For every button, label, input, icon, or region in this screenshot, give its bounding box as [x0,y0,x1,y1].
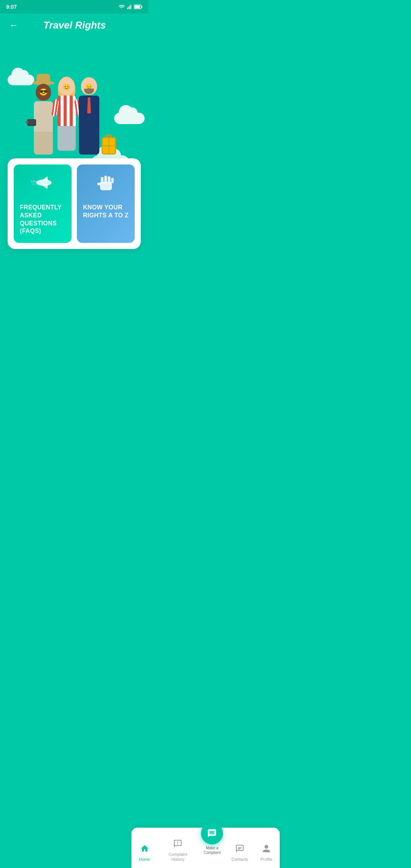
rights-icon [83,172,129,198]
svg-rect-17 [108,176,110,183]
svg-rect-18 [111,178,113,183]
plane-icon [30,172,55,193]
svg-marker-10 [33,179,36,183]
character-legs-right [79,128,99,155]
signal-icon [127,5,132,9]
status-icons [119,5,142,9]
cloud-left [8,75,34,85]
faq-label: FREQUENTLY ASKED QUESTIONS (FAQS) [20,204,65,235]
rights-label: KNOW YOUR RIGHTS A TO Z [83,204,129,220]
character-mid: 😊 [57,77,76,151]
character-right: 😐 [79,77,99,155]
camera-lens [25,121,29,123]
cards-section: FREQUENTLY ASKED QUESTIONS (FAQS) [0,158,148,260]
faq-card[interactable]: FREQUENTLY ASKED QUESTIONS (FAQS) [14,164,72,243]
hero-characters: 😎 😊 [32,77,116,155]
character-left: 😎 [32,81,54,155]
rights-card[interactable]: KNOW YOUR RIGHTS A TO Z [77,164,135,243]
svg-rect-0 [127,8,128,9]
wifi-icon [119,5,125,9]
suitcase [102,137,116,155]
cloud-right [114,113,145,124]
battery-icon [134,5,142,9]
character-body-right [79,96,99,128]
character-legs-mid [57,126,76,151]
character-body-left [34,101,53,132]
hero-section: 😎 😊 [0,37,148,158]
svg-marker-9 [40,184,48,189]
svg-rect-5 [135,6,140,8]
app-header: ← Travel Rights [0,14,148,37]
character-head-left: 😎 [36,84,51,101]
svg-rect-2 [129,6,130,9]
page-title: Travel Rights [20,19,129,31]
svg-marker-8 [40,176,48,181]
fist-icon [94,172,118,193]
character-right-group: 😐 [79,77,116,155]
svg-rect-15 [100,177,103,183]
faq-icon [20,172,65,198]
character-head-mid: 😊 [59,77,75,95]
status-time: 9:07 [6,4,17,10]
svg-rect-1 [128,6,129,9]
cloud-bottom [91,155,129,158]
character-body-mid [57,96,76,126]
status-bar: 9:07 [0,0,148,14]
character-head-right: 😐 [81,77,97,95]
svg-rect-6 [142,6,142,8]
svg-rect-19 [97,183,101,185]
svg-rect-3 [131,5,131,9]
cards-wrapper: FREQUENTLY ASKED QUESTIONS (FAQS) [8,158,141,249]
character-legs-left [34,132,53,155]
back-button[interactable]: ← [8,19,20,31]
